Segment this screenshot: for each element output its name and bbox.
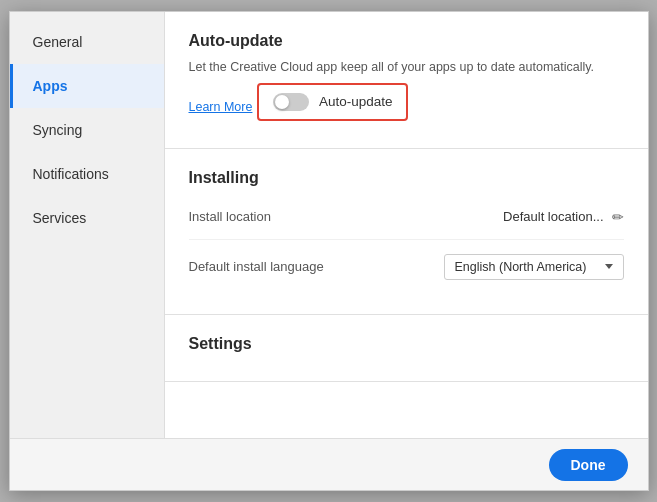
- install-language-label: Default install language: [189, 259, 324, 274]
- install-location-label: Install location: [189, 209, 271, 224]
- dialog-footer: Done: [10, 438, 648, 490]
- learn-more-link[interactable]: Learn More: [189, 100, 253, 114]
- edit-icon[interactable]: ✏: [612, 209, 624, 225]
- install-language-value-container: English (North America): [444, 254, 624, 280]
- main-content: Auto-update Let the Creative Cloud app k…: [165, 12, 648, 438]
- install-language-row: Default install language English (North …: [189, 240, 624, 294]
- settings-title: Settings: [189, 335, 624, 353]
- install-location-value-container: Default location... ✏: [503, 209, 623, 225]
- installing-section: Installing Install location Default loca…: [165, 149, 648, 315]
- auto-update-toggle[interactable]: [273, 93, 309, 111]
- sidebar-item-apps-label: Apps: [33, 78, 68, 94]
- install-language-value: English (North America): [455, 260, 587, 274]
- auto-update-toggle-row: Auto-update: [257, 83, 409, 121]
- settings-section: Settings: [165, 315, 648, 382]
- installing-title: Installing: [189, 169, 624, 187]
- sidebar-item-general-label: General: [33, 34, 83, 50]
- auto-update-title: Auto-update: [189, 32, 624, 50]
- sidebar-item-apps[interactable]: Apps: [10, 64, 164, 108]
- install-location-value: Default location...: [503, 209, 603, 224]
- sidebar-item-services-label: Services: [33, 210, 87, 226]
- chevron-down-icon: [605, 264, 613, 269]
- sidebar-item-general[interactable]: General: [10, 20, 164, 64]
- auto-update-section: Auto-update Let the Creative Cloud app k…: [165, 12, 648, 149]
- sidebar-item-syncing[interactable]: Syncing: [10, 108, 164, 152]
- done-button[interactable]: Done: [549, 449, 628, 481]
- sidebar-item-services[interactable]: Services: [10, 196, 164, 240]
- sidebar-item-syncing-label: Syncing: [33, 122, 83, 138]
- preferences-dialog: General Apps Syncing Notifications Servi…: [9, 11, 649, 491]
- auto-update-toggle-label: Auto-update: [319, 94, 393, 109]
- sidebar-item-notifications-label: Notifications: [33, 166, 109, 182]
- sidebar-item-notifications[interactable]: Notifications: [10, 152, 164, 196]
- install-location-row: Install location Default location... ✏: [189, 195, 624, 240]
- sidebar: General Apps Syncing Notifications Servi…: [10, 12, 165, 438]
- auto-update-description: Let the Creative Cloud app keep all of y…: [189, 58, 624, 77]
- dialog-body: General Apps Syncing Notifications Servi…: [10, 12, 648, 438]
- install-language-dropdown[interactable]: English (North America): [444, 254, 624, 280]
